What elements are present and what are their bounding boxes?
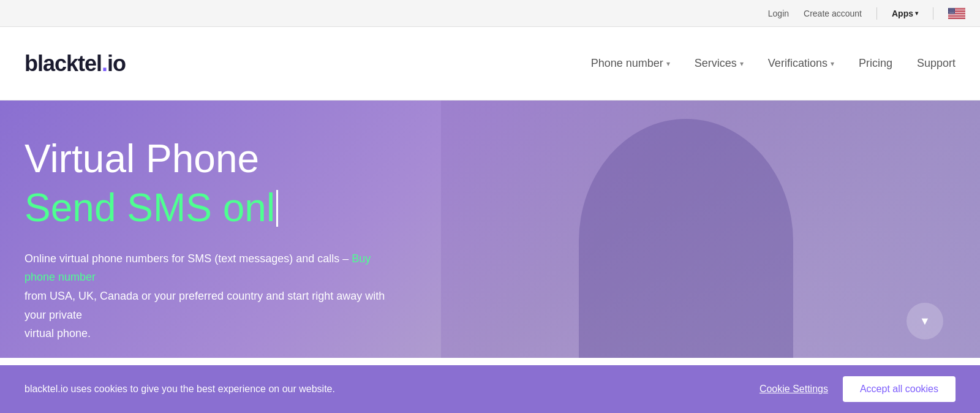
svg-rect-7: [948, 13, 965, 14]
svg-rect-9: [948, 15, 965, 16]
nav-verifications-label: Verifications: [768, 57, 827, 70]
svg-rect-8: [948, 15, 965, 15]
nav-item-pricing[interactable]: Pricing: [859, 57, 892, 70]
create-account-link[interactable]: Create account: [804, 9, 862, 18]
hero-person-silhouette: [579, 119, 793, 358]
svg-rect-11: [948, 17, 965, 18]
logo[interactable]: blacktel.io: [24, 51, 126, 77]
hero-title-white: Virtual Phone: [24, 137, 392, 180]
services-chevron-icon: ▾: [740, 59, 744, 68]
nav-item-phone-number[interactable]: Phone number ▾: [591, 57, 670, 70]
svg-rect-10: [948, 16, 965, 17]
logo-text-start: blacktel: [24, 51, 102, 76]
nav-links: Phone number ▾ Services ▾ Verifications …: [591, 57, 956, 70]
hero-description-after-link: from USA, UK, Canada or your preferred c…: [24, 290, 385, 339]
verifications-chevron-icon: ▾: [831, 59, 834, 68]
navbar: blacktel.io Phone number ▾ Services ▾ Ve…: [0, 27, 980, 100]
hero-content: Virtual Phone Send SMS onl Online virtua…: [24, 137, 392, 343]
apps-chevron-icon: ▾: [915, 10, 918, 17]
nav-services-label: Services: [695, 57, 737, 70]
top-bar-divider: [876, 7, 877, 20]
nav-pricing-label: Pricing: [859, 57, 892, 70]
hero-description: Online virtual phone numbers for SMS (te…: [24, 249, 392, 343]
hero-title-green-text: Send SMS onl: [24, 186, 275, 229]
svg-rect-12: [948, 18, 965, 18]
logo-dot: .: [102, 51, 107, 76]
scroll-down-button[interactable]: [907, 303, 943, 339]
hero-title-green: Send SMS onl: [24, 186, 392, 229]
hero-description-before-link: Online virtual phone numbers for SMS (te…: [24, 252, 352, 265]
us-flag-icon[interactable]: ★★★★★ ★★★★ ★★★★★ ★★★★ ★★★★★: [948, 8, 965, 19]
top-bar: Login Create account Apps ▾ ★★★★★ ★★★★ ★…: [0, 0, 980, 27]
apps-label: Apps: [892, 9, 913, 18]
login-link[interactable]: Login: [768, 9, 789, 18]
flag-divider: [933, 7, 933, 20]
phone-number-chevron-icon: ▾: [666, 59, 670, 68]
logo-text-end: io: [107, 51, 126, 76]
apps-dropdown-button[interactable]: Apps ▾: [892, 9, 918, 18]
nav-phone-number-label: Phone number: [591, 57, 663, 70]
hero-cursor: [276, 190, 278, 227]
nav-item-services[interactable]: Services ▾: [695, 57, 744, 70]
nav-item-verifications[interactable]: Verifications ▾: [768, 57, 834, 70]
nav-item-support[interactable]: Support: [917, 57, 956, 70]
nav-support-label: Support: [917, 57, 956, 70]
hero-section: Virtual Phone Send SMS onl Online virtua…: [0, 100, 980, 358]
hero-background-image: [441, 100, 980, 358]
